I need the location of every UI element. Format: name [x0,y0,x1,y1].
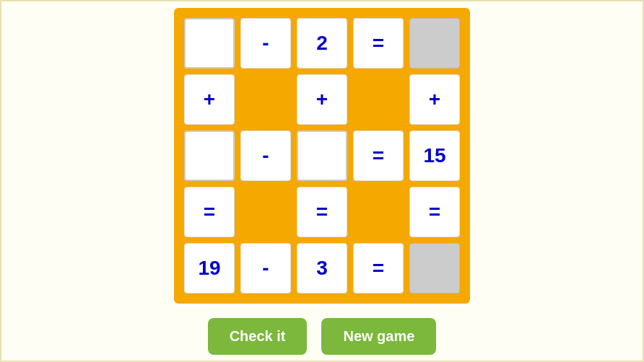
puzzle-grid: - 2 = + + + - = 15 = = = 19 - 3 = [174,8,470,304]
buttons-row: Check it New game [208,318,437,355]
cell-r2c3-plus: + [297,74,347,125]
cell-r1c4-equals: = [353,18,404,69]
cell-r3c4-equals: = [353,131,404,181]
cell-r3c5-value: 15 [409,131,460,181]
cell-r3c3-input[interactable] [297,131,347,181]
cell-r2c5-plus: + [409,74,460,125]
cell-r2c2-orange [240,74,291,125]
check-button[interactable]: Check it [208,318,308,355]
cell-r5c1-value: 19 [184,243,235,293]
cell-r4c2-orange [240,187,291,237]
cell-r5c4-equals: = [353,243,404,293]
cell-r1c3-value: 2 [297,18,347,69]
cell-r3c2-minus: - [240,131,291,181]
cell-r2c4-orange [353,74,404,125]
cell-r4c1-equals: = [184,187,235,237]
cell-r4c3-equals: = [297,187,347,237]
cell-r1c1-input[interactable] [184,18,235,69]
cell-r4c5-equals: = [409,187,460,237]
cell-r5c3-value: 3 [297,243,347,293]
new-game-button[interactable]: New game [321,318,436,355]
cell-r3c1-input[interactable] [184,131,235,181]
cell-r1c2-minus: - [240,18,291,69]
cell-r5c5-gray [409,243,460,293]
cell-r2c1-plus: + [184,74,235,125]
cell-r4c4-orange [353,187,404,237]
cell-r5c2-minus: - [240,243,291,293]
cell-r1c5-gray [409,18,460,69]
